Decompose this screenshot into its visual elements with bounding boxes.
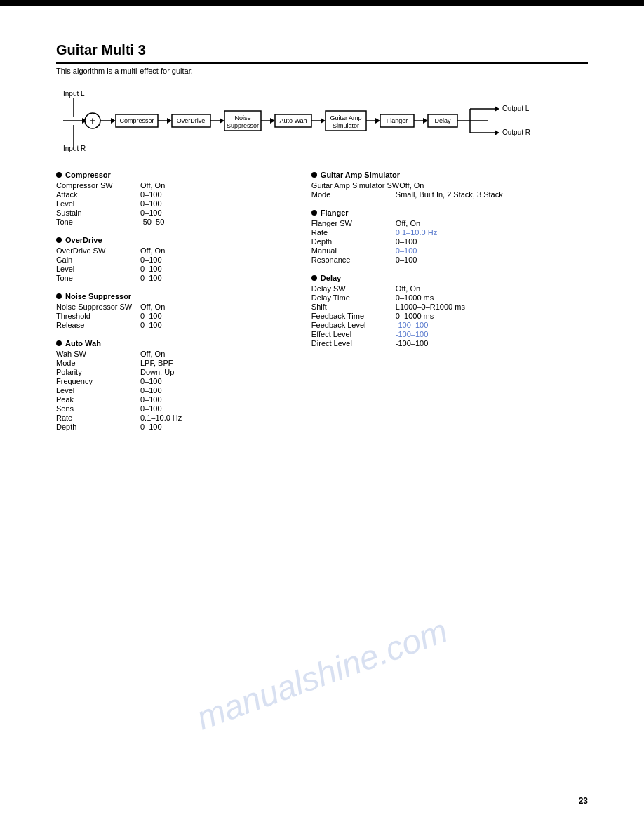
subtitle: This algorithm is a multi-effect for gui… — [56, 67, 588, 75]
svg-marker-39 — [495, 106, 499, 112]
param-row: Shift L1000–0–R1000 ms — [311, 303, 588, 311]
param-row: Rate 0.1–10.0 Hz — [56, 413, 297, 422]
bullet-auto-wah — [56, 340, 62, 346]
svg-text:Delay: Delay — [434, 117, 451, 124]
svg-text:Noise: Noise — [234, 114, 250, 121]
svg-marker-42 — [495, 130, 499, 135]
svg-text:Suppressor: Suppressor — [227, 122, 259, 129]
svg-marker-20 — [270, 118, 275, 124]
param-row: Depth 0–100 — [56, 423, 297, 431]
param-row: Tone -50–50 — [56, 218, 297, 226]
svg-text:OverDrive: OverDrive — [177, 117, 206, 124]
param-row: Sustain 0–100 — [56, 208, 297, 217]
params-container: Compressor Compressor SW Off, On Attack … — [56, 171, 588, 432]
watermark: manualshine.com — [192, 611, 452, 737]
svg-text:Guitar Amp: Guitar Amp — [330, 114, 361, 121]
bullet-compressor — [56, 172, 62, 178]
param-row: Threshold 0–100 — [56, 312, 297, 320]
param-row: Level 0–100 — [56, 199, 297, 208]
param-row: Resonance 0–100 — [311, 256, 588, 264]
bullet-overdrive — [56, 237, 62, 243]
param-row: Level 0–100 — [56, 265, 297, 273]
param-row: Release 0–100 — [56, 321, 297, 329]
param-row: Delay Time 0–1000 ms — [311, 293, 588, 302]
param-row: Manual 0–100 — [311, 246, 588, 255]
param-row: Depth 0–100 — [311, 237, 588, 246]
top-bar — [0, 0, 644, 6]
params-left: Compressor Compressor SW Off, On Attack … — [56, 171, 311, 432]
section-auto-wah-header: Auto Wah — [56, 339, 297, 348]
params-right: Guitar Amp Simulator Guitar Amp Simulato… — [311, 171, 588, 432]
param-row: Noise Suppressor SW Off, On — [56, 303, 297, 311]
svg-text:Simulator: Simulator — [333, 122, 359, 129]
param-row: Compressor SW Off, On — [56, 181, 297, 190]
section-noise-suppressor-header: Noise Suppressor — [56, 292, 297, 300]
output-r-label: Output R — [502, 128, 530, 136]
param-row: Frequency 0–100 — [56, 377, 297, 385]
section-overdrive-header: OverDrive — [56, 236, 297, 244]
param-row: Tone 0–100 — [56, 274, 297, 282]
signal-flow-diagram: Input L Input R + Compressor — [56, 88, 588, 159]
section-delay-header: Delay — [311, 274, 588, 282]
param-row: Rate 0.1–10.0 Hz — [311, 228, 588, 237]
param-row: Feedback Level -100–100 — [311, 321, 588, 329]
param-row: Sens 0–100 — [56, 404, 297, 413]
svg-marker-33 — [423, 118, 428, 124]
svg-marker-24 — [321, 118, 326, 124]
svg-text:Flanger: Flanger — [387, 117, 408, 124]
output-l-label: Output L — [502, 105, 530, 112]
bullet-guitar-amp — [311, 172, 317, 178]
param-row: Mode Small, Built In, 2 Stack, 3 Stack — [311, 190, 588, 199]
param-row: Mode LPF, BPF — [56, 359, 297, 367]
bullet-delay — [311, 275, 317, 281]
param-row: Effect Level -100–100 — [311, 330, 588, 338]
svg-text:Auto Wah: Auto Wah — [279, 117, 307, 124]
param-row: Delay SW Off, On — [311, 284, 588, 293]
svg-marker-15 — [220, 118, 224, 124]
section-guitar-amp-header: Guitar Amp Simulator — [311, 171, 588, 179]
svg-text:Compressor: Compressor — [119, 117, 154, 124]
section-flanger-header: Flanger — [311, 208, 588, 217]
param-row: Feedback Time 0–1000 ms — [311, 312, 588, 320]
param-row: Peak 0–100 — [56, 395, 297, 404]
svg-text:+: + — [90, 115, 95, 126]
svg-marker-7 — [111, 118, 116, 124]
input-l-label: Input L — [63, 90, 85, 98]
page-number: 23 — [579, 796, 588, 806]
bullet-flanger — [311, 210, 317, 216]
param-row: Direct Level -100–100 — [311, 339, 588, 348]
param-row: Guitar Amp Simulator SW Off, On — [311, 181, 588, 190]
param-row: Wah SW Off, On — [56, 350, 297, 358]
param-row: Gain 0–100 — [56, 256, 297, 264]
param-row: OverDrive SW Off, On — [56, 246, 297, 255]
section-compressor-header: Compressor — [56, 171, 297, 179]
input-r-label: Input R — [63, 145, 86, 152]
param-row: Polarity Down, Up — [56, 368, 297, 376]
param-row: Flanger SW Off, On — [311, 219, 588, 227]
bullet-noise-suppressor — [56, 293, 62, 299]
param-row: Level 0–100 — [56, 386, 297, 395]
param-row: Attack 0–100 — [56, 190, 297, 199]
page-title: Guitar Multi 3 — [56, 42, 588, 64]
svg-marker-11 — [167, 118, 172, 124]
page: Guitar Multi 3 This algorithm is a multi… — [0, 0, 644, 834]
svg-marker-29 — [375, 118, 380, 124]
